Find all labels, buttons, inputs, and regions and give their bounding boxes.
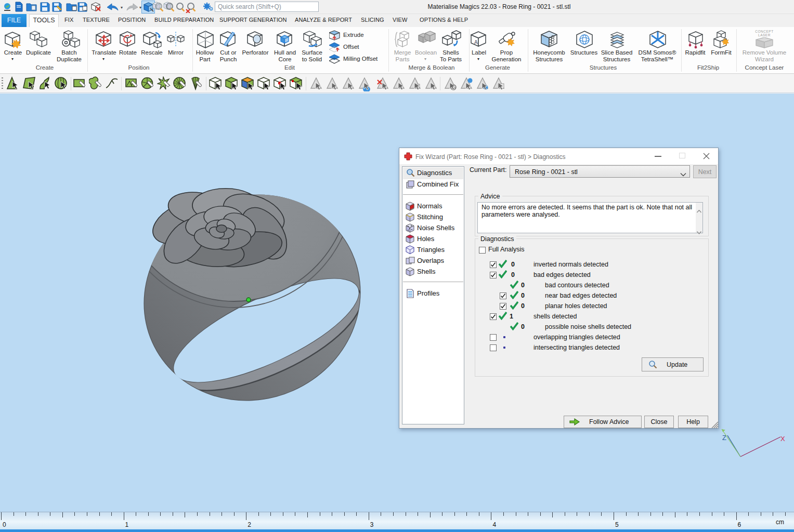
svg-text:A: A [474, 39, 478, 45]
svg-text:X: X [780, 435, 785, 443]
